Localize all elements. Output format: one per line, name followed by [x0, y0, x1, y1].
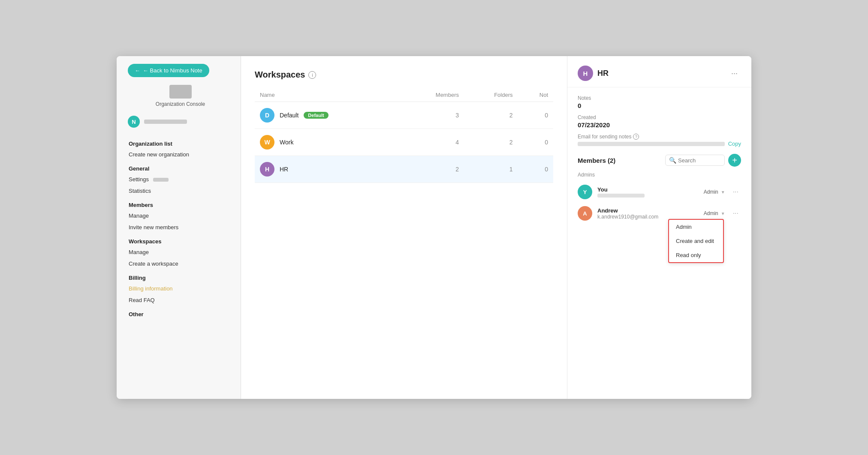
search-input[interactable] — [678, 157, 721, 164]
nav-section-general: General — [120, 160, 241, 174]
rp-workspace-avatar: H — [578, 66, 593, 81]
user-avatar: N — [128, 116, 140, 128]
ws-folders: 1 — [464, 156, 518, 183]
nav-item-workspaces-manage[interactable]: Manage — [120, 246, 241, 258]
member-name-bar-you — [597, 194, 645, 198]
workspaces-table: Name Members Folders Not D Default Defau… — [255, 88, 553, 183]
email-bar — [578, 142, 725, 146]
back-arrow-icon: ← — [135, 67, 140, 74]
main-content: Workspaces i Name Members Folders Not D … — [241, 56, 567, 399]
ws-folders: 2 — [464, 102, 518, 129]
back-btn-label: ← Back to Nimbus Note — [143, 67, 202, 74]
ws-avatar: W — [260, 135, 274, 150]
role-option-create-and-edit[interactable]: Create and edit — [669, 234, 723, 248]
members-search-add: 🔍 + — [665, 154, 741, 167]
org-logo-area: Organization Console — [120, 77, 241, 111]
rp-header: H HR ··· — [567, 56, 751, 87]
nav-item-create-workspace[interactable]: Create a workspace — [120, 258, 241, 269]
member-info-you: You — [597, 186, 699, 198]
ws-name-text: HR — [280, 166, 288, 173]
member-role-you[interactable]: Admin — [704, 189, 718, 195]
copy-button[interactable]: Copy — [728, 141, 741, 147]
app-window: ← ← Back to Nimbus Note Organization Con… — [117, 56, 751, 399]
created-stat: Created 07/23/2020 — [578, 114, 741, 129]
org-logo — [169, 85, 192, 99]
member-role-row-andrew: Admin ▼ — [704, 210, 725, 216]
back-to-nimbus-button[interactable]: ← ← Back to Nimbus Note — [128, 64, 209, 77]
member-more-andrew[interactable]: ··· — [730, 209, 741, 218]
ws-not: 0 — [518, 156, 553, 183]
member-role-andrew[interactable]: Admin — [704, 210, 718, 216]
add-member-button[interactable]: + — [728, 154, 741, 167]
table-row[interactable]: W Work 4 2 0 — [255, 129, 553, 156]
right-panel: H HR ··· Notes 0 Created 07/23/2020 Emai… — [567, 56, 751, 399]
ws-folders: 2 — [464, 129, 518, 156]
ws-members: 3 — [401, 102, 464, 129]
table-row[interactable]: H HR 2 1 0 — [255, 156, 553, 183]
nav-section-billing: Billing — [120, 269, 241, 283]
members-header-row: Members (2) 🔍 + — [578, 154, 741, 167]
email-label: Email for sending notes ? — [578, 134, 741, 140]
default-badge: Default — [304, 112, 328, 119]
ws-name-cell: W Work — [260, 135, 396, 150]
role-dropdown-arrow-you[interactable]: ▼ — [721, 190, 725, 195]
col-not: Not — [518, 88, 553, 102]
member-info-andrew: Andrew k.andrew1910@gmail.com — [597, 207, 699, 220]
sidebar: ← ← Back to Nimbus Note Organization Con… — [117, 56, 241, 399]
nav-item-members-manage[interactable]: Manage — [120, 210, 241, 222]
ws-name-text: Work — [280, 139, 293, 146]
members-title: Members (2) — [578, 157, 615, 164]
rp-body: Notes 0 Created 07/23/2020 Email for sen… — [567, 87, 751, 399]
nav-item-read-faq[interactable]: Read FAQ — [120, 294, 241, 306]
member-avatar-you: Y — [578, 185, 592, 199]
email-row: Email for sending notes ? Copy — [578, 134, 741, 147]
ws-name-text: Default — [280, 112, 298, 119]
role-dropdown-arrow-andrew[interactable]: ▼ — [721, 211, 725, 216]
nav-item-settings[interactable]: Settings — [120, 174, 241, 185]
created-value: 07/23/2020 — [578, 121, 741, 129]
member-row-you: Y You Admin ▼ ··· — [578, 181, 741, 203]
nav-item-statistics[interactable]: Statistics — [120, 185, 241, 197]
role-option-admin[interactable]: Admin — [669, 220, 723, 234]
created-label: Created — [578, 114, 741, 120]
rp-more-options-button[interactable]: ··· — [728, 67, 741, 80]
user-name-bar — [144, 120, 187, 124]
member-name-andrew: Andrew — [597, 207, 699, 214]
nav-item-invite-members[interactable]: Invite new members — [120, 222, 241, 233]
notes-stat: Notes 0 — [578, 95, 741, 109]
ws-name-cell: D Default Default — [260, 108, 396, 123]
member-role-row-you: Admin ▼ — [704, 189, 725, 195]
member-name-you: You — [597, 186, 699, 193]
sidebar-nav: Organization list Create new organizatio… — [120, 132, 241, 399]
rp-header-left: H HR — [578, 66, 609, 81]
nav-section-other: Other — [120, 306, 241, 319]
info-icon[interactable]: i — [308, 71, 316, 79]
col-name: Name — [255, 88, 401, 102]
nav-item-create-new-org[interactable]: Create new organization — [120, 149, 241, 160]
search-icon: 🔍 — [669, 157, 676, 164]
role-option-read-only[interactable]: Read only — [669, 248, 723, 262]
ws-members: 2 — [401, 156, 464, 183]
nav-section-members: Members — [120, 197, 241, 210]
workspaces-title: Workspaces — [255, 70, 305, 80]
member-more-you[interactable]: ··· — [730, 187, 741, 197]
org-console-label: Organization Console — [156, 101, 205, 107]
email-value-row: Copy — [578, 141, 741, 147]
admins-label: Admins — [578, 172, 741, 178]
ws-avatar: H — [260, 162, 274, 177]
notes-value: 0 — [578, 102, 741, 109]
nav-section-workspaces: Workspaces — [120, 233, 241, 246]
member-row-andrew: A Andrew k.andrew1910@gmail.com Admin ▼ … — [578, 203, 741, 224]
table-row[interactable]: D Default Default 3 2 0 — [255, 102, 553, 129]
members-search-box[interactable]: 🔍 — [665, 155, 725, 166]
nav-item-billing-info[interactable]: Billing information — [120, 283, 241, 294]
notes-label: Notes — [578, 95, 741, 101]
ws-avatar: D — [260, 108, 274, 123]
ws-name-cell: H HR — [260, 162, 396, 177]
ws-members: 4 — [401, 129, 464, 156]
ws-not: 0 — [518, 102, 553, 129]
role-dropdown: Admin Create and edit Read only — [668, 219, 724, 263]
sidebar-user-row: N — [120, 111, 241, 132]
rp-workspace-name: HR — [597, 69, 609, 78]
email-info-icon[interactable]: ? — [633, 134, 639, 140]
